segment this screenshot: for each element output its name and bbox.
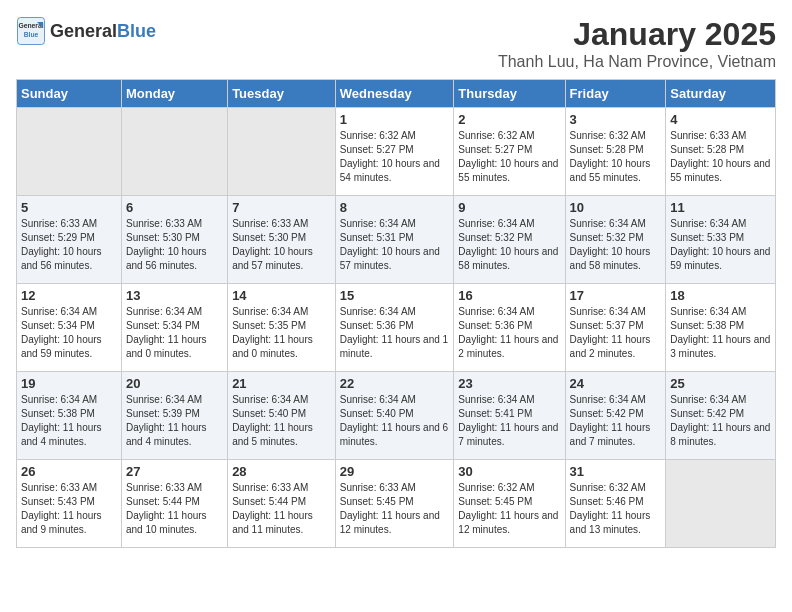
- calendar-cell: 21Sunrise: 6:34 AM Sunset: 5:40 PM Dayli…: [228, 372, 336, 460]
- day-info: Sunrise: 6:34 AM Sunset: 5:34 PM Dayligh…: [21, 305, 117, 361]
- day-number: 28: [232, 464, 331, 479]
- calendar-header-row: SundayMondayTuesdayWednesdayThursdayFrid…: [17, 80, 776, 108]
- day-number: 4: [670, 112, 771, 127]
- calendar-table: SundayMondayTuesdayWednesdayThursdayFrid…: [16, 79, 776, 548]
- calendar-cell: 22Sunrise: 6:34 AM Sunset: 5:40 PM Dayli…: [335, 372, 454, 460]
- day-info: Sunrise: 6:34 AM Sunset: 5:31 PM Dayligh…: [340, 217, 450, 273]
- day-info: Sunrise: 6:32 AM Sunset: 5:27 PM Dayligh…: [340, 129, 450, 185]
- calendar-cell: 1Sunrise: 6:32 AM Sunset: 5:27 PM Daylig…: [335, 108, 454, 196]
- day-info: Sunrise: 6:34 AM Sunset: 5:33 PM Dayligh…: [670, 217, 771, 273]
- day-info: Sunrise: 6:33 AM Sunset: 5:45 PM Dayligh…: [340, 481, 450, 537]
- day-info: Sunrise: 6:34 AM Sunset: 5:32 PM Dayligh…: [570, 217, 662, 273]
- day-number: 31: [570, 464, 662, 479]
- day-info: Sunrise: 6:34 AM Sunset: 5:38 PM Dayligh…: [21, 393, 117, 449]
- page-subtitle: Thanh Luu, Ha Nam Province, Vietnam: [498, 53, 776, 71]
- day-number: 29: [340, 464, 450, 479]
- column-header-saturday: Saturday: [666, 80, 776, 108]
- calendar-cell: 18Sunrise: 6:34 AM Sunset: 5:38 PM Dayli…: [666, 284, 776, 372]
- calendar-cell: 17Sunrise: 6:34 AM Sunset: 5:37 PM Dayli…: [565, 284, 666, 372]
- day-info: Sunrise: 6:33 AM Sunset: 5:44 PM Dayligh…: [232, 481, 331, 537]
- calendar-cell: 2Sunrise: 6:32 AM Sunset: 5:27 PM Daylig…: [454, 108, 565, 196]
- title-area: January 2025 Thanh Luu, Ha Nam Province,…: [498, 16, 776, 71]
- calendar-cell: 19Sunrise: 6:34 AM Sunset: 5:38 PM Dayli…: [17, 372, 122, 460]
- calendar-cell: 4Sunrise: 6:33 AM Sunset: 5:28 PM Daylig…: [666, 108, 776, 196]
- logo-icon: General Blue: [16, 16, 46, 46]
- calendar-cell: 11Sunrise: 6:34 AM Sunset: 5:33 PM Dayli…: [666, 196, 776, 284]
- day-number: 30: [458, 464, 560, 479]
- calendar-cell: 5Sunrise: 6:33 AM Sunset: 5:29 PM Daylig…: [17, 196, 122, 284]
- day-number: 9: [458, 200, 560, 215]
- calendar-cell: [121, 108, 227, 196]
- column-header-monday: Monday: [121, 80, 227, 108]
- day-info: Sunrise: 6:34 AM Sunset: 5:36 PM Dayligh…: [458, 305, 560, 361]
- day-number: 12: [21, 288, 117, 303]
- day-info: Sunrise: 6:32 AM Sunset: 5:28 PM Dayligh…: [570, 129, 662, 185]
- day-info: Sunrise: 6:34 AM Sunset: 5:42 PM Dayligh…: [570, 393, 662, 449]
- logo: General Blue GeneralBlue: [16, 16, 156, 46]
- calendar-cell: 27Sunrise: 6:33 AM Sunset: 5:44 PM Dayli…: [121, 460, 227, 548]
- day-info: Sunrise: 6:32 AM Sunset: 5:27 PM Dayligh…: [458, 129, 560, 185]
- calendar-cell: 10Sunrise: 6:34 AM Sunset: 5:32 PM Dayli…: [565, 196, 666, 284]
- calendar-cell: 13Sunrise: 6:34 AM Sunset: 5:34 PM Dayli…: [121, 284, 227, 372]
- page-header: General Blue GeneralBlue January 2025 Th…: [16, 16, 776, 71]
- day-number: 25: [670, 376, 771, 391]
- day-info: Sunrise: 6:33 AM Sunset: 5:44 PM Dayligh…: [126, 481, 223, 537]
- svg-text:Blue: Blue: [24, 31, 39, 38]
- calendar-week-row: 1Sunrise: 6:32 AM Sunset: 5:27 PM Daylig…: [17, 108, 776, 196]
- day-number: 16: [458, 288, 560, 303]
- calendar-cell: 16Sunrise: 6:34 AM Sunset: 5:36 PM Dayli…: [454, 284, 565, 372]
- day-number: 14: [232, 288, 331, 303]
- day-number: 11: [670, 200, 771, 215]
- column-header-tuesday: Tuesday: [228, 80, 336, 108]
- calendar-cell: 30Sunrise: 6:32 AM Sunset: 5:45 PM Dayli…: [454, 460, 565, 548]
- day-number: 19: [21, 376, 117, 391]
- day-number: 3: [570, 112, 662, 127]
- calendar-cell: 8Sunrise: 6:34 AM Sunset: 5:31 PM Daylig…: [335, 196, 454, 284]
- day-number: 15: [340, 288, 450, 303]
- calendar-cell: [17, 108, 122, 196]
- day-number: 17: [570, 288, 662, 303]
- calendar-week-row: 26Sunrise: 6:33 AM Sunset: 5:43 PM Dayli…: [17, 460, 776, 548]
- day-info: Sunrise: 6:33 AM Sunset: 5:29 PM Dayligh…: [21, 217, 117, 273]
- day-number: 1: [340, 112, 450, 127]
- calendar-cell: 25Sunrise: 6:34 AM Sunset: 5:42 PM Dayli…: [666, 372, 776, 460]
- day-info: Sunrise: 6:33 AM Sunset: 5:30 PM Dayligh…: [126, 217, 223, 273]
- day-info: Sunrise: 6:32 AM Sunset: 5:46 PM Dayligh…: [570, 481, 662, 537]
- day-number: 6: [126, 200, 223, 215]
- calendar-cell: 20Sunrise: 6:34 AM Sunset: 5:39 PM Dayli…: [121, 372, 227, 460]
- day-info: Sunrise: 6:33 AM Sunset: 5:30 PM Dayligh…: [232, 217, 331, 273]
- day-number: 22: [340, 376, 450, 391]
- day-number: 7: [232, 200, 331, 215]
- day-number: 8: [340, 200, 450, 215]
- day-info: Sunrise: 6:32 AM Sunset: 5:45 PM Dayligh…: [458, 481, 560, 537]
- day-number: 27: [126, 464, 223, 479]
- day-number: 26: [21, 464, 117, 479]
- day-info: Sunrise: 6:34 AM Sunset: 5:41 PM Dayligh…: [458, 393, 560, 449]
- column-header-sunday: Sunday: [17, 80, 122, 108]
- calendar-cell: 7Sunrise: 6:33 AM Sunset: 5:30 PM Daylig…: [228, 196, 336, 284]
- calendar-cell: 28Sunrise: 6:33 AM Sunset: 5:44 PM Dayli…: [228, 460, 336, 548]
- calendar-cell: 24Sunrise: 6:34 AM Sunset: 5:42 PM Dayli…: [565, 372, 666, 460]
- calendar-cell: 23Sunrise: 6:34 AM Sunset: 5:41 PM Dayli…: [454, 372, 565, 460]
- day-info: Sunrise: 6:34 AM Sunset: 5:34 PM Dayligh…: [126, 305, 223, 361]
- day-info: Sunrise: 6:34 AM Sunset: 5:32 PM Dayligh…: [458, 217, 560, 273]
- day-number: 24: [570, 376, 662, 391]
- calendar-cell: 12Sunrise: 6:34 AM Sunset: 5:34 PM Dayli…: [17, 284, 122, 372]
- day-info: Sunrise: 6:34 AM Sunset: 5:35 PM Dayligh…: [232, 305, 331, 361]
- calendar-cell: 6Sunrise: 6:33 AM Sunset: 5:30 PM Daylig…: [121, 196, 227, 284]
- logo-text: GeneralBlue: [50, 21, 156, 42]
- calendar-cell: [228, 108, 336, 196]
- day-info: Sunrise: 6:34 AM Sunset: 5:37 PM Dayligh…: [570, 305, 662, 361]
- calendar-cell: 15Sunrise: 6:34 AM Sunset: 5:36 PM Dayli…: [335, 284, 454, 372]
- day-number: 21: [232, 376, 331, 391]
- calendar-week-row: 5Sunrise: 6:33 AM Sunset: 5:29 PM Daylig…: [17, 196, 776, 284]
- day-info: Sunrise: 6:34 AM Sunset: 5:39 PM Dayligh…: [126, 393, 223, 449]
- calendar-cell: 9Sunrise: 6:34 AM Sunset: 5:32 PM Daylig…: [454, 196, 565, 284]
- calendar-cell: 14Sunrise: 6:34 AM Sunset: 5:35 PM Dayli…: [228, 284, 336, 372]
- day-number: 18: [670, 288, 771, 303]
- day-number: 5: [21, 200, 117, 215]
- page-title: January 2025: [498, 16, 776, 53]
- calendar-cell: [666, 460, 776, 548]
- day-info: Sunrise: 6:33 AM Sunset: 5:43 PM Dayligh…: [21, 481, 117, 537]
- day-info: Sunrise: 6:34 AM Sunset: 5:42 PM Dayligh…: [670, 393, 771, 449]
